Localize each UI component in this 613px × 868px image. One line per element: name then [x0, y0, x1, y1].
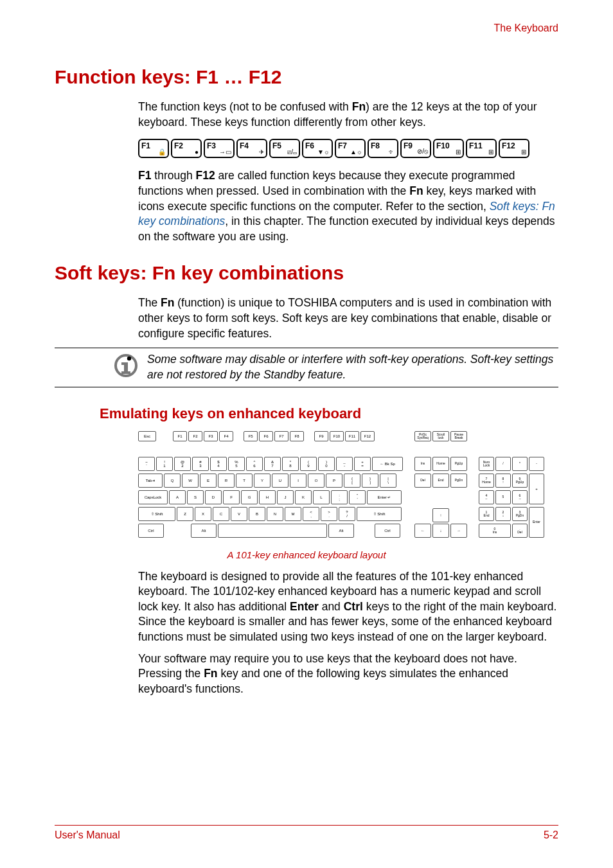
kbd-key: K	[295, 490, 312, 504]
kbd-key: -	[529, 457, 544, 471]
kbd-key: + =	[354, 457, 371, 471]
fkey-f9: F9⊘/⦸	[400, 139, 431, 158]
f5-icon: ⎚/▭	[287, 148, 297, 155]
running-header: The Keyboard	[55, 22, 558, 34]
fn-key-label: Fn	[161, 296, 174, 309]
fkey-f6: F6▼☼	[302, 139, 333, 158]
kbd-key: I	[290, 474, 306, 488]
kbd-key: | \	[380, 474, 396, 488]
kbd-key: { [	[344, 474, 360, 488]
kbd-key: ( 9	[300, 457, 317, 471]
kbd-key: 5	[495, 490, 511, 504]
kbd-key: # 3	[192, 457, 209, 471]
kbd-key: *	[512, 457, 528, 471]
keyboard-caption: A 101-key enhanced keyboard layout	[55, 549, 558, 560]
kbd-key: Home	[432, 457, 449, 471]
f9-icon: ⊘/⦸	[417, 148, 428, 155]
kbd-key: ⇧ Shift	[138, 507, 175, 521]
kbd-key: End	[432, 474, 449, 488]
kbd-key: B	[249, 507, 265, 521]
kbd-key: 4 ←	[479, 490, 494, 504]
kbd-key: ) 0	[318, 457, 335, 471]
kbd-key: F7	[274, 431, 289, 441]
fkey-f3: F3→▭	[204, 139, 235, 158]
kbd-key: ? /	[339, 507, 355, 521]
kbd-key: V	[231, 507, 247, 521]
kbd-key: 7 Home	[479, 474, 494, 488]
enhanced-keyboard-illustration: EscF1F2F3F4F5F6F7F8F9F10F11F12PrtSc SysR…	[138, 431, 549, 547]
kbd-key: ^ 6	[246, 457, 263, 471]
kbd-key: F11	[345, 431, 359, 441]
fkey-f10: F10⊞	[433, 139, 464, 158]
kbd-key: 2 ↓	[495, 507, 511, 521]
kbd-key: S	[187, 490, 204, 504]
page-footer: User's Manual 5-2	[55, 825, 558, 841]
kbd-key: % 5	[228, 457, 245, 471]
kbd-key: $ 4	[210, 457, 227, 471]
kbd-key: Scroll lock	[432, 431, 449, 441]
kbd-key: PgUp	[450, 457, 467, 471]
fkey-f12: F12⊞	[499, 139, 529, 158]
f12-label: F12	[196, 169, 215, 182]
kbd-key: F12	[360, 431, 375, 441]
kbd-key: Ins	[414, 457, 431, 471]
kbd-key: " '	[349, 490, 366, 504]
kbd-key: F8	[290, 431, 304, 441]
kbd-key: F4	[219, 431, 233, 441]
kbd-key: Q	[164, 474, 181, 488]
f1-icon: 🔒	[158, 148, 166, 155]
kbd-key: U	[272, 474, 289, 488]
kbd-key: 3 PgDn	[512, 507, 528, 521]
kbd-key: ~ `	[138, 457, 155, 471]
kbd-key: 6 →	[512, 490, 528, 504]
function-keys-explain: F1 through F12 are called function keys …	[138, 168, 558, 244]
kbd-key: Y	[254, 474, 271, 488]
fn-key-label: Fn	[204, 667, 217, 680]
fkey-f2: F2●	[171, 139, 202, 158]
kbd-key: & 7	[264, 457, 281, 471]
f1-label: F1	[138, 169, 151, 182]
f4-icon: ✈	[259, 148, 264, 155]
text: through	[151, 169, 195, 182]
kbd-key: Alt	[328, 524, 354, 538]
kbd-key: F1	[173, 431, 187, 441]
kbd-key: A	[169, 490, 186, 504]
kbd-key: F2	[188, 431, 202, 441]
subsection-title-emulating: Emulating keys on enhanced keyboard	[100, 405, 558, 422]
f7-icon: ▲☼	[350, 148, 362, 155]
f8-icon: ᯤ	[389, 148, 395, 155]
fn-key-label: Fn	[352, 100, 366, 113]
kbd-key: ! 1	[156, 457, 173, 471]
text: The function keys (not to be confused wi…	[138, 100, 352, 113]
kbd-key: F10	[330, 431, 344, 441]
svg-point-1	[127, 357, 131, 360]
kbd-key: T	[236, 474, 253, 488]
soft-keys-intro: The Fn (function) is unique to TOSHIBA c…	[138, 296, 558, 341]
kbd-key: F6	[259, 431, 273, 441]
kbd-key: ↓	[432, 524, 449, 538]
kbd-key: _ -	[336, 457, 353, 471]
fkey-f7: F7▲☼	[335, 139, 366, 158]
kbd-key: H	[259, 490, 276, 504]
kbd-key: Pause Break	[450, 431, 467, 441]
kbd-key: ↑	[432, 508, 449, 522]
kbd-key: PgDn	[450, 474, 467, 488]
kbd-key: Ctrl	[375, 524, 400, 538]
kbd-key	[218, 524, 327, 538]
ctrl-key-label: Ctrl	[344, 600, 363, 613]
kbd-key: . Del	[512, 524, 528, 538]
svg-rect-3	[121, 362, 128, 365]
kbd-key: G	[241, 490, 258, 504]
f2-icon: ●	[195, 148, 199, 155]
fkey-f8: F8ᯤ	[368, 139, 398, 158]
kbd-key: ⇧ Shift	[357, 507, 402, 521]
kbd-key: } ]	[362, 474, 378, 488]
note-text: Some software may disable or interfere w…	[147, 352, 558, 382]
kbd-key: F	[223, 490, 240, 504]
f10-icon: ⊞	[456, 148, 461, 155]
kbd-key: * 8	[282, 457, 299, 471]
fkey-f5: F5⎚/▭	[269, 139, 300, 158]
kbd-key: X	[195, 507, 211, 521]
kbd-key: 8 ↑	[495, 474, 511, 488]
svg-rect-4	[121, 371, 130, 374]
